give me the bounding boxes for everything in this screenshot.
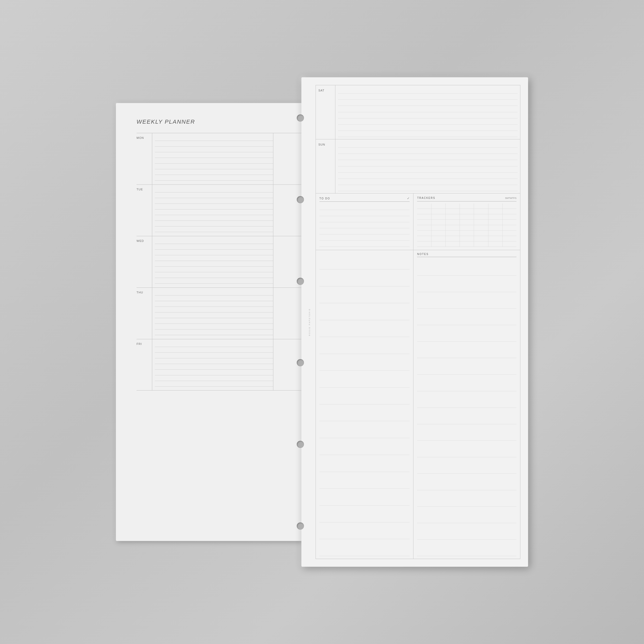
- line: [155, 147, 273, 152]
- line: [155, 226, 273, 232]
- tracker-cell: [431, 220, 446, 225]
- tracker-grid: [417, 204, 516, 247]
- tracker-cell: [488, 204, 503, 209]
- line: [417, 490, 516, 507]
- tracker-cell: [417, 209, 431, 214]
- line: [155, 192, 273, 198]
- line: [319, 241, 410, 247]
- day-row-fri: FRI: [137, 339, 304, 391]
- line: [155, 318, 273, 324]
- tracker-cell: [417, 204, 431, 209]
- line: [338, 160, 518, 166]
- line: [338, 131, 518, 137]
- line: [319, 388, 410, 404]
- line: [319, 286, 410, 303]
- line: [417, 309, 516, 325]
- line: [155, 307, 273, 312]
- tracker-cell: [503, 209, 516, 214]
- line: [417, 276, 516, 292]
- line: [417, 507, 516, 523]
- day-label-mon: MON: [137, 133, 152, 184]
- line: [338, 87, 518, 94]
- line: [338, 118, 518, 125]
- line: [338, 106, 518, 112]
- line: [155, 267, 273, 272]
- tracker-cell: [503, 236, 516, 241]
- brand-text: ROSIE PAPETERIE: [309, 308, 310, 336]
- line: [155, 278, 273, 284]
- line: [319, 303, 410, 320]
- tracker-cell: [488, 220, 503, 225]
- line: [155, 204, 273, 209]
- tracker-cell: [431, 209, 446, 214]
- line: [155, 198, 273, 204]
- tracker-cell: [503, 214, 516, 219]
- line: [319, 539, 410, 556]
- line: [319, 421, 410, 438]
- line: [338, 154, 518, 160]
- line: [319, 204, 410, 210]
- line: [319, 522, 410, 539]
- tracker-row: [417, 214, 516, 220]
- line: [155, 215, 273, 221]
- line: [319, 472, 410, 489]
- line: [155, 375, 273, 381]
- line: [417, 408, 516, 424]
- left-page: WEEKLY PLANNER MON TUE: [116, 103, 317, 541]
- line: [319, 234, 410, 241]
- tracker-cell: [446, 231, 460, 236]
- tracker-cell: [488, 209, 503, 214]
- trackers-header: TRACKERS S M T W T F S: [417, 197, 516, 201]
- line: [417, 375, 516, 391]
- tracker-row: [417, 241, 516, 247]
- weekly-planner-title: WEEKLY PLANNER: [137, 118, 304, 125]
- tracker-cell: [474, 209, 488, 214]
- trackers-day-header: S M T W T F S: [505, 197, 516, 199]
- line: [417, 325, 516, 342]
- tracker-cell: [446, 209, 460, 214]
- line: [338, 125, 518, 131]
- line: [319, 506, 410, 522]
- line: [319, 371, 410, 387]
- day-label-fri: FRI: [137, 339, 152, 390]
- line: [319, 438, 410, 455]
- tracker-cell: [488, 225, 503, 230]
- sat-section: SAT: [316, 85, 520, 139]
- tracker-cell: [474, 231, 488, 236]
- tracker-day-w: W: [510, 197, 512, 199]
- line: [155, 169, 273, 175]
- day-row-thu: THU: [137, 287, 304, 339]
- line: [319, 404, 410, 421]
- tracker-cell: [446, 225, 460, 230]
- tracker-cell: [503, 225, 516, 230]
- tracker-cell: [474, 236, 488, 241]
- line: [319, 216, 410, 222]
- line: [417, 441, 516, 457]
- notes-title: NOTES: [417, 253, 428, 256]
- binding-holes: [297, 77, 304, 567]
- tracker-cell: [446, 204, 460, 209]
- tracker-cell: [460, 231, 474, 236]
- line: [155, 370, 273, 375]
- line: [417, 292, 516, 309]
- binding-hole: [297, 196, 304, 203]
- line: [155, 158, 273, 164]
- day-label-tue: TUE: [137, 185, 152, 236]
- binding-hole: [297, 114, 304, 122]
- line: [319, 269, 410, 286]
- sun-section: SUN: [316, 139, 520, 193]
- tracker-cell: [488, 231, 503, 236]
- tracker-cell: [417, 220, 431, 225]
- line: [155, 238, 273, 244]
- day-row-mon: MON: [137, 133, 304, 184]
- todo-lines: [319, 204, 410, 247]
- line: [417, 259, 516, 276]
- pages-container: WEEKLY PLANNER MON TUE: [116, 77, 528, 567]
- line: [338, 94, 518, 100]
- tracker-row: [417, 204, 516, 209]
- tracker-cell: [474, 225, 488, 230]
- todo-checkmark: ✓: [407, 197, 410, 200]
- line: [338, 141, 518, 148]
- tracker-cell: [446, 220, 460, 225]
- line: [319, 455, 410, 472]
